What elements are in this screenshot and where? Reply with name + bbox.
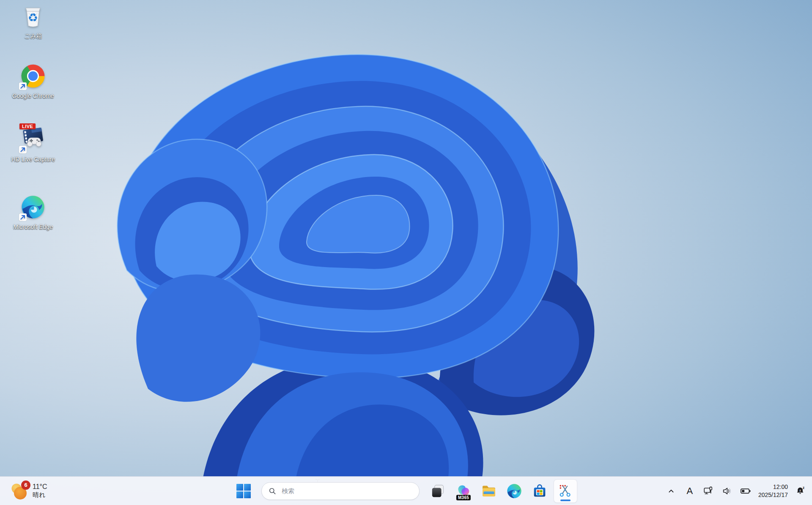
taskbar-app-file-explorer[interactable]: [477, 480, 500, 502]
windows-logo-icon: [236, 483, 251, 499]
do-not-disturb-bell-icon: z z: [795, 486, 806, 497]
task-view-icon: [430, 483, 447, 500]
svg-text:♻: ♻: [28, 11, 38, 24]
shortcut-arrow-icon: [19, 213, 27, 221]
weather-condition: 晴れ: [33, 491, 47, 499]
desktop-icon-label: HD Live Capture: [11, 156, 55, 163]
search-icon: [269, 487, 276, 495]
edge-icon: [506, 483, 523, 500]
desktop-icon-hd-live-capture[interactable]: LIVE HD Live Capture: [7, 126, 59, 163]
wallpaper-bloom-image: [0, 0, 812, 505]
shortcut-arrow-icon: [19, 146, 27, 153]
live-badge: LIVE: [19, 123, 36, 129]
tray-network-button[interactable]: [700, 482, 717, 500]
weather-sun-icon: 6: [9, 481, 29, 501]
desktop-icon-google-chrome[interactable]: Google Chrome: [7, 63, 59, 99]
tray-show-hidden-icons-button[interactable]: [662, 482, 680, 500]
widgets-weather-button[interactable]: 6 11°C 晴れ: [5, 479, 52, 503]
desktop: ♻ ごみ箱 Google Ch: [0, 0, 812, 505]
taskbar-app-task-view[interactable]: [427, 480, 450, 502]
battery-icon: [740, 486, 752, 497]
microsoft-store-icon: [531, 483, 548, 500]
desktop-icon-recycle-bin[interactable]: ♻ ごみ箱: [7, 3, 59, 39]
desktop-icon-label: ごみ箱: [24, 33, 42, 39]
clock-date: 2025/12/17: [758, 491, 788, 499]
desktop-icon-label: Google Chrome: [12, 93, 54, 99]
ime-mode-indicator: A: [687, 486, 693, 497]
taskbar: 6 11°C 晴れ: [0, 476, 812, 505]
tray-volume-button[interactable]: [718, 482, 736, 500]
ethernet-network-icon: [703, 486, 714, 497]
taskbar-app-snipping-tool[interactable]: [554, 479, 577, 503]
search-input[interactable]: [281, 487, 412, 495]
clock-time: 12:00: [773, 483, 788, 491]
taskbar-app-microsoft-store[interactable]: [528, 480, 551, 502]
taskbar-app-copilot-m365[interactable]: M365: [452, 480, 475, 502]
snipping-tool-icon: [557, 483, 574, 500]
recycle-bin-icon: ♻: [19, 3, 47, 30]
m365-badge: M365: [456, 495, 471, 500]
start-button[interactable]: [233, 481, 254, 501]
speaker-volume-icon: [721, 486, 732, 497]
desktop-icon-microsoft-edge[interactable]: Microsoft Edge: [7, 194, 59, 230]
weather-temperature: 11°C: [33, 483, 47, 491]
chevron-up-icon: [666, 486, 676, 496]
taskbar-search-box[interactable]: [261, 482, 420, 500]
notification-count-badge: 6: [21, 480, 30, 490]
svg-text:z: z: [803, 486, 804, 490]
taskbar-app-edge[interactable]: [503, 480, 526, 502]
svg-text:z: z: [799, 489, 801, 491]
tray-clock[interactable]: 12:00 2025/12/17: [755, 483, 791, 499]
tray-ime-mode-button[interactable]: A: [681, 482, 699, 500]
tray-notification-center-button[interactable]: z z: [792, 482, 809, 500]
shortcut-arrow-icon: [19, 82, 27, 90]
active-app-indicator: [560, 500, 571, 501]
file-explorer-icon: [480, 483, 497, 500]
tray-battery-button[interactable]: [737, 482, 754, 500]
